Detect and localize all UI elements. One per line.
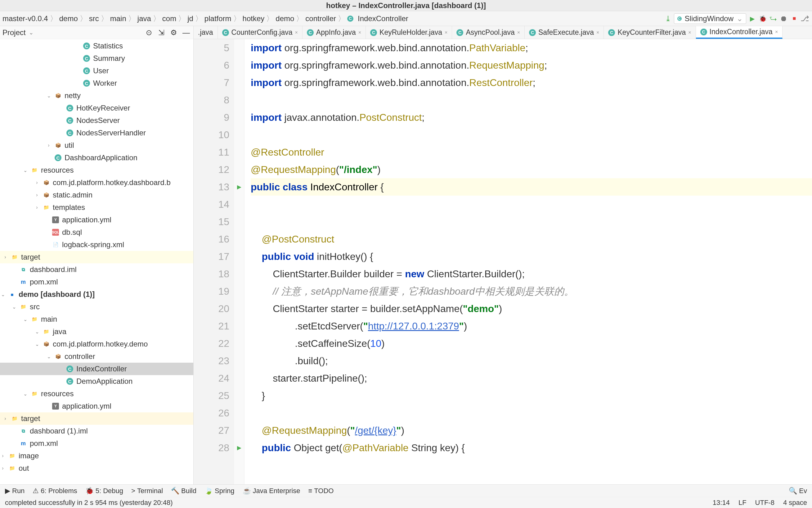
chevron-down-icon[interactable]	[22, 167, 28, 173]
tool-window-todo[interactable]: ≡TODO	[308, 487, 334, 495]
code-line[interactable]: }	[251, 387, 812, 404]
tree-item-com-jd-platform-hotkey-demo[interactable]: com.jd.platform.hotkey.demo	[0, 338, 193, 350]
tree-item-hotkeyreceiver[interactable]: HotKeyReceiver	[0, 102, 193, 114]
event-log-button[interactable]: 🔍 Ev	[789, 487, 807, 495]
line-number[interactable]: 21	[194, 318, 229, 335]
chevron-down-icon[interactable]	[22, 316, 28, 322]
project-header[interactable]: Project ⌄ ⊙ ⇲ ⚙ —	[0, 26, 193, 39]
run-button[interactable]	[748, 14, 757, 23]
chevron-down-icon[interactable]	[0, 292, 6, 297]
tree-item-summary[interactable]: Summary	[0, 52, 193, 65]
breadcrumb-item[interactable]: demo	[59, 14, 78, 23]
code-line[interactable]: .setCaffeineSize(10)	[251, 335, 812, 352]
close-icon[interactable]: ×	[688, 30, 691, 35]
editor-tab[interactable]: AppInfo.java×	[302, 26, 366, 39]
run-gutter-icon[interactable]	[234, 439, 244, 457]
editor-tab[interactable]: .java	[194, 26, 218, 39]
breadcrumb-item[interactable]: master-v0.0.4	[2, 14, 48, 23]
code-line[interactable]: ClientStarter starter = builder.setAppNa…	[251, 300, 812, 318]
chevron-down-icon[interactable]	[34, 341, 40, 347]
breadcrumb-item[interactable]: CIndexController	[347, 14, 408, 23]
tree-item-pom-xml[interactable]: pom.xml	[0, 276, 193, 288]
code-line[interactable]: public Object get(@PathVariable String k…	[251, 439, 812, 457]
tree-item-dashboardapplication[interactable]: DashboardApplication	[0, 152, 193, 164]
line-number[interactable]: 7	[194, 74, 229, 91]
line-number[interactable]: 17	[194, 248, 229, 265]
tool-window-5-debug[interactable]: 🐞5: Debug	[85, 487, 123, 495]
tree-item-worker[interactable]: Worker	[0, 77, 193, 89]
line-number[interactable]: 28	[194, 439, 229, 457]
file-encoding[interactable]: UTF-8	[755, 499, 774, 507]
tree-item-target[interactable]: target	[0, 412, 193, 425]
tree-item-application-yml[interactable]: application.yml	[0, 400, 193, 412]
hide-icon[interactable]: —	[182, 28, 191, 37]
tree-item-application-yml[interactable]: application.yml	[0, 214, 193, 226]
tree-item-target[interactable]: target	[0, 251, 193, 263]
code-line[interactable]	[251, 126, 812, 143]
tool-window-java-enterprise[interactable]: ☕Java Enterprise	[243, 487, 300, 495]
editor-tab[interactable]: CounterConfig.java×	[218, 26, 302, 39]
code-line[interactable]: public class IndexController {	[251, 178, 812, 196]
line-number[interactable]: 19	[194, 283, 229, 300]
line-number[interactable]: 25	[194, 387, 229, 404]
line-number[interactable]: 23	[194, 352, 229, 370]
close-icon[interactable]: ×	[596, 30, 599, 35]
chevron-down-icon[interactable]	[46, 93, 51, 99]
line-number[interactable]: 9	[194, 109, 229, 126]
close-icon[interactable]: ×	[359, 30, 361, 35]
line-number[interactable]: 14	[194, 196, 229, 213]
chevron-right-icon[interactable]	[34, 192, 40, 198]
editor-tab[interactable]: KeyRuleHolder.java×	[366, 26, 452, 39]
line-number[interactable]: 6	[194, 56, 229, 74]
run-config-select[interactable]: C SlidingWindow ⌄	[674, 13, 746, 24]
tree-item-nodesserver[interactable]: NodesServer	[0, 114, 193, 127]
line-number[interactable]: 26	[194, 404, 229, 422]
chevron-right-icon[interactable]	[34, 180, 40, 185]
chevron-right-icon[interactable]	[34, 205, 40, 210]
tree-item-src[interactable]: src	[0, 301, 193, 313]
code-line[interactable]: public void initHotkey() {	[251, 248, 812, 265]
breadcrumb-item[interactable]: hotkey	[243, 14, 265, 23]
code-line[interactable]	[251, 213, 812, 230]
close-icon[interactable]: ×	[775, 29, 778, 35]
tree-item-netty[interactable]: netty	[0, 89, 193, 102]
code-line[interactable]: @PostConstruct	[251, 230, 812, 248]
tree-item-com-jd-platform-hotkey-dashboard-b[interactable]: com.jd.platform.hotkey.dashboard.b	[0, 176, 193, 189]
tree-item-util[interactable]: util	[0, 139, 193, 152]
line-gutter[interactable]: 5678910111213141516171819202122232425262…	[194, 39, 234, 484]
debug-button[interactable]	[758, 14, 767, 23]
caret-position[interactable]: 13:14	[713, 499, 730, 507]
editor-tab[interactable]: AsyncPool.java×	[452, 26, 525, 39]
line-number[interactable]: 8	[194, 91, 229, 109]
code-line[interactable]: @RequestMapping("/get/{key}")	[251, 422, 812, 439]
chevron-down-icon[interactable]	[11, 304, 17, 310]
profile-button[interactable]: ⏺	[779, 14, 789, 23]
tool-window-spring[interactable]: 🍃Spring	[204, 487, 235, 495]
breadcrumb-item[interactable]: com	[162, 14, 176, 23]
marker-gutter[interactable]	[234, 39, 244, 484]
code-line[interactable]: // 注意，setAppName很重要，它和dashboard中相关规则是关联的…	[251, 283, 812, 300]
tree-item-main[interactable]: main	[0, 313, 193, 326]
tree-item-java[interactable]: java	[0, 326, 193, 338]
tree-item-resources[interactable]: resources	[0, 164, 193, 176]
line-number[interactable]: 5	[194, 39, 229, 56]
tree-item-nodesserverhandler[interactable]: NodesServerHandler	[0, 127, 193, 139]
tree-item-demoapplication[interactable]: DemoApplication	[0, 375, 193, 387]
editor-tab[interactable]: IndexController.java×	[696, 26, 783, 39]
chevron-right-icon[interactable]	[0, 453, 6, 459]
run-gutter-icon[interactable]	[234, 178, 244, 196]
chevron-right-icon[interactable]	[2, 254, 8, 260]
code-area[interactable]: import org.springframework.web.bind.anno…	[244, 39, 812, 484]
close-icon[interactable]: ×	[445, 30, 447, 35]
breadcrumb-item[interactable]: platform	[204, 14, 232, 23]
tree-item-resources[interactable]: resources	[0, 387, 193, 400]
code-line[interactable]: import javax.annotation.PostConstruct;	[251, 109, 812, 126]
editor-tab[interactable]: KeyCounterFilter.java×	[604, 26, 696, 39]
breadcrumb-item[interactable]: src	[89, 14, 99, 23]
code-line[interactable]: import org.springframework.web.bind.anno…	[251, 56, 812, 74]
breadcrumb-item[interactable]: java	[137, 14, 151, 23]
close-icon[interactable]: ×	[295, 30, 298, 35]
breadcrumb-item[interactable]: jd	[187, 14, 193, 23]
editor-tab[interactable]: SafeExecute.java×	[525, 26, 604, 39]
line-separator[interactable]: LF	[738, 499, 747, 507]
